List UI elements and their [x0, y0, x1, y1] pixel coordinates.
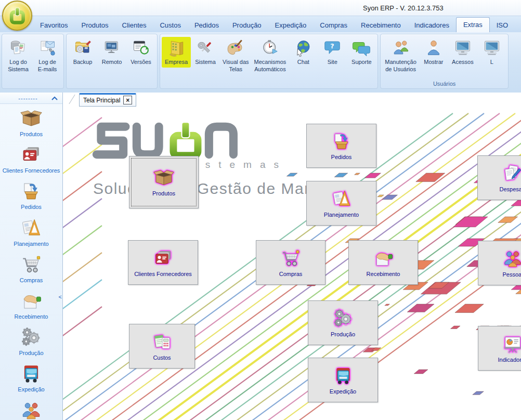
log-do-sistema-button[interactable]: Log do Sistema [4, 37, 33, 75]
sidebar-item-label: Produção [19, 350, 43, 357]
sidebar-item-recebimento[interactable]: Recebimento [0, 286, 62, 323]
button-label: L [490, 59, 493, 66]
sidebar-item-label: Pedidos [21, 204, 42, 211]
tile-label: Expedição [330, 388, 356, 395]
tile-label: Produtos [152, 190, 175, 197]
box-arrow-icon [20, 180, 42, 202]
tile-despesas[interactable]: Despesas [477, 155, 521, 200]
button-label: Backup [73, 59, 93, 66]
mecanismos-automaticos-button[interactable]: Mecanismos Automáticos [252, 37, 289, 75]
tile-label: Produção [331, 331, 355, 338]
gears-icon [20, 326, 42, 348]
tab-indicadores[interactable]: Indicadores [408, 18, 456, 33]
tile-compras[interactable]: Compras [256, 240, 325, 285]
button-label: Empresa [165, 59, 188, 66]
button-label: Manutenção de Usuários [385, 59, 416, 73]
versoes-button[interactable]: Versões [126, 37, 155, 68]
docs-pen-icon [502, 163, 521, 184]
button-label: Log de E-mails [38, 59, 57, 73]
sidebar-item-label: Produtos [20, 131, 43, 138]
brand-tagline: Soluções em Gestão de Manuf [93, 180, 328, 198]
people-icon [502, 248, 521, 269]
mostrar-button[interactable]: Mostrar [419, 37, 448, 68]
tile-pedidos[interactable]: Pedidos [306, 124, 376, 168]
tab-producao[interactable]: Produção [226, 18, 268, 33]
tile-indicadores[interactable]: Indicadores [478, 326, 521, 371]
suporte-button[interactable]: Suporte [347, 37, 376, 68]
tile-label: Compras [279, 271, 303, 278]
tools-icon [196, 38, 215, 57]
tab-pedidos[interactable]: Pedidos [188, 18, 226, 33]
sidebar-item-label: Planejamento [14, 241, 48, 247]
document-tab-bar: Tela Principal × [63, 93, 521, 104]
button-label: Sistema [195, 59, 216, 66]
button-label: Log do Sistema [8, 59, 29, 73]
tab-tela-principal[interactable]: Tela Principal × [79, 93, 136, 107]
acessos-button[interactable]: Acessos [448, 37, 477, 68]
sidebar-item-clientes-fornecedores[interactable]: Clientes Fornecedores [0, 140, 62, 177]
tile-expedicao[interactable]: Expedição [308, 358, 378, 402]
tab-favoritos[interactable]: Favoritos [33, 18, 74, 33]
l-button[interactable]: L [477, 37, 506, 68]
tile-label: Despesas [500, 186, 521, 193]
group-caption: Usuários [381, 80, 508, 88]
empresa-button[interactable]: Empresa [162, 37, 191, 68]
button-label: Mostrar [424, 59, 443, 66]
sidebar-item-pedidos[interactable]: Pedidos [0, 177, 62, 213]
window-title: Syon ERP - V. 20.12.3.753 [363, 4, 444, 12]
tab-custos[interactable]: Custos [153, 18, 187, 33]
cards-person-icon [153, 248, 174, 269]
tab-extras[interactable]: Extras [456, 17, 490, 33]
sidebar-item-producao[interactable]: Produção [0, 323, 62, 359]
button-label: Versões [131, 59, 151, 66]
sistema-button[interactable]: Sistema [191, 37, 220, 68]
tab-recebimento[interactable]: Recebimento [354, 18, 408, 33]
tile-recebimento[interactable]: Recebimento [348, 240, 418, 285]
title-bar: Syon ERP - V. 20.12.3.753 [0, 0, 521, 16]
remoto-button[interactable]: Remoto [97, 37, 126, 68]
backup-icon [73, 38, 92, 57]
sidebar-item-planejamento[interactable]: Planejamento [0, 214, 62, 250]
button-label: Mecanismos Automáticos [254, 59, 286, 73]
tab-iso[interactable]: ISO [490, 18, 515, 33]
sidebar-item-label: Compras [20, 277, 43, 284]
manutencao-de-usuarios-button[interactable]: Manutenção de Usuários [382, 37, 419, 75]
sidebar-item-expedicao[interactable]: Expedição [0, 359, 62, 396]
tile-custos[interactable]: Custos [129, 324, 195, 369]
tab-compras[interactable]: Compras [313, 18, 354, 33]
box-icon [153, 167, 174, 188]
sidebar-item-label: Clientes Fornecedores [3, 167, 60, 174]
tab-clientes[interactable]: Clientes [115, 18, 153, 33]
tile-label: Pessoal [502, 271, 521, 278]
sidebar-collapse-handle[interactable]: < [59, 294, 62, 300]
sidebar-item-produtos[interactable]: Produtos [0, 104, 62, 140]
visual-das-telas-button[interactable]: Visual das Telas [220, 37, 252, 75]
ribbon-group: Backup Remoto Versões [66, 34, 158, 89]
tile-producao[interactable]: Produção [308, 300, 378, 345]
gears-icon [333, 308, 354, 329]
ribbon-group-usuarios: Manutenção de Usuários Mostrar Acessos L… [380, 34, 509, 89]
log-de-e-mails-button[interactable]: Log de E-mails [33, 37, 62, 75]
close-icon[interactable]: × [123, 96, 132, 104]
sidebar-item-compras[interactable]: Compras [0, 250, 62, 286]
tile-planejamento[interactable]: Planejamento [306, 181, 376, 226]
setsquare-icon [331, 189, 352, 209]
cart-icon [280, 248, 301, 269]
sidebar-item-people[interactable] [0, 396, 62, 420]
tile-clientes-fornecedores[interactable]: Clientes Fornecedores [128, 240, 198, 285]
site-button[interactable]: ? Site [318, 37, 347, 68]
bubble-question-icon: ? [323, 38, 342, 57]
backup-button[interactable]: Backup [68, 37, 97, 68]
ribbon: Log do Sistema Log de E-mails Backup Rem… [0, 32, 521, 95]
app-orb-button[interactable] [2, 1, 32, 31]
chevron-up-icon[interactable] [51, 96, 58, 100]
person-icon [424, 38, 443, 57]
tile-produtos[interactable]: Produtos [129, 156, 199, 208]
tab-expedicao[interactable]: Expedição [268, 18, 314, 33]
tab-produtos[interactable]: Produtos [74, 18, 115, 33]
chat-button[interactable]: Chat [289, 37, 318, 68]
tile-label: Pedidos [331, 154, 352, 161]
sidebar-item-label: Recebimento [15, 313, 48, 320]
setsquare-icon [20, 217, 42, 239]
tile-pessoal[interactable]: Pessoal [478, 241, 521, 285]
